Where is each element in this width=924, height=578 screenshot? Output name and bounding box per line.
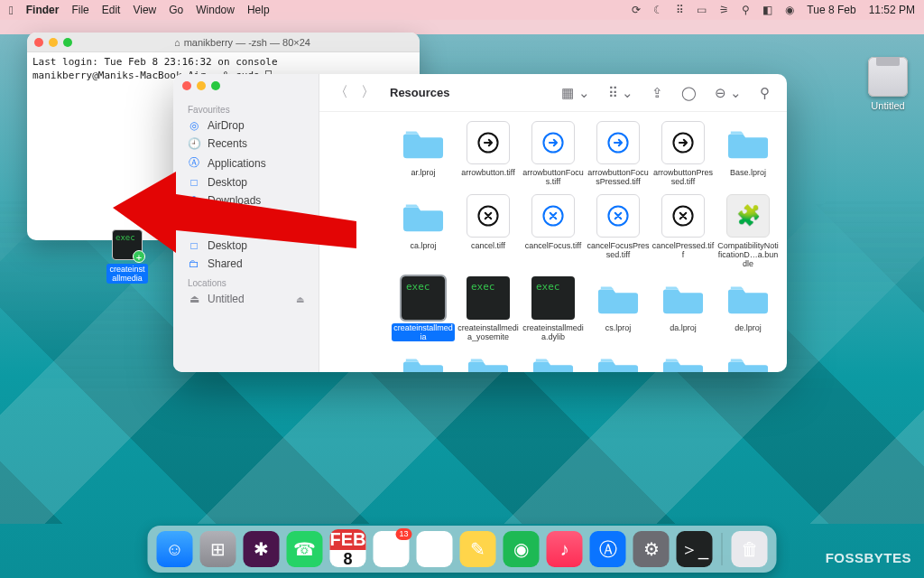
- file-folder[interactable]: [522, 349, 585, 372]
- menu-window[interactable]: Window: [196, 4, 235, 16]
- dock-reminders[interactable]: ☰13: [374, 531, 410, 567]
- sidebar-heading-locations: Locations: [188, 278, 304, 288]
- zoom-button[interactable]: [63, 38, 72, 47]
- file-folder[interactable]: [651, 349, 715, 372]
- folder-icon: [661, 276, 705, 320]
- file-da-lproj[interactable]: da.lproj: [651, 276, 715, 342]
- dock-preview[interactable]: 🖼: [417, 531, 453, 567]
- terminal-titlebar[interactable]: ⌂ manikberry — -zsh — 80×24: [27, 33, 420, 52]
- bundle-icon: 🧩: [726, 194, 770, 238]
- file-folder[interactable]: [457, 349, 520, 372]
- disk-icon: ⏏: [188, 293, 200, 305]
- tags-icon[interactable]: ◯: [677, 85, 701, 101]
- file-folder[interactable]: [587, 349, 650, 372]
- finder-icon-grid[interactable]: ar.lprojarrowbutton.tiffarrowbuttonFocus…: [319, 112, 787, 372]
- minimize-button[interactable]: [197, 81, 206, 90]
- eject-icon[interactable]: ⏏: [296, 294, 304, 304]
- file-folder[interactable]: [392, 349, 455, 372]
- file-label: Base.lproj: [730, 168, 766, 177]
- file-arrowbuttonpressed-tiff[interactable]: arrowbuttonPressed.tiff: [651, 121, 715, 187]
- dock-notes[interactable]: ✎: [460, 531, 496, 567]
- file-label: arrowbuttonFocusPressed.tiff: [587, 168, 650, 187]
- dragged-file[interactable]: exec + createinstallmedia: [106, 229, 148, 284]
- zoom-button[interactable]: [211, 81, 220, 90]
- terminal-line: Last login: Tue Feb 8 23:16:32 on consol…: [32, 56, 414, 70]
- folder-icon: [726, 349, 770, 372]
- desktop-volume-untitled[interactable]: Untitled: [868, 32, 908, 111]
- file-cs-lproj[interactable]: cs.lproj: [587, 276, 650, 342]
- minimize-button[interactable]: [49, 38, 58, 47]
- file-cancelpressed-tiff[interactable]: cancelPressed.tiff: [651, 194, 715, 269]
- close-button[interactable]: [182, 81, 191, 90]
- menubar-time[interactable]: 11:52 PM: [869, 4, 915, 16]
- sidebar-item-untitled-volume[interactable]: ⏏Untitled⏏: [180, 290, 311, 308]
- menu-view[interactable]: View: [133, 4, 156, 16]
- dock-slack[interactable]: ✱: [244, 531, 280, 567]
- file-cancel-tiff[interactable]: cancel.tiff: [457, 194, 520, 269]
- file-cancelfocuspressed-tiff[interactable]: cancelFocusPressed.tiff: [587, 194, 650, 269]
- file-arrowbuttonfocus-tiff[interactable]: arrowbuttonFocus.tiff: [522, 121, 585, 187]
- dock-whatsapp[interactable]: ☎: [287, 531, 323, 567]
- dock-launchpad[interactable]: ⊞: [200, 531, 236, 567]
- folder-icon: [531, 349, 575, 372]
- file-compatibilitynotificationd-a-bundle[interactable]: 🧩CompatibilityNotificationD…a.bundle: [716, 194, 780, 269]
- do-not-disturb-icon[interactable]: ☾: [653, 4, 663, 16]
- sidebar-item-recents[interactable]: 🕘Recents: [180, 135, 311, 153]
- search-icon[interactable]: ⚲: [755, 85, 774, 101]
- view-options-icon[interactable]: ▦ ⌄: [557, 85, 594, 101]
- sidebar-item-shared[interactable]: 🗀Shared: [180, 255, 311, 273]
- file-createinstallmedia-dylib[interactable]: execcreateinstallmedia.dylib: [522, 276, 585, 342]
- menubar-date[interactable]: Tue 8 Feb: [807, 4, 855, 16]
- spotlight-icon[interactable]: ⚲: [742, 4, 750, 16]
- group-options-icon[interactable]: ⠿ ⌄: [604, 85, 638, 101]
- file-createinstallmedia[interactable]: execcreateinstallmedia: [392, 276, 455, 342]
- sidebar-item-desktop-2[interactable]: □Desktop: [180, 237, 311, 255]
- apple-menu-icon[interactable]: : [9, 4, 14, 17]
- active-app-name[interactable]: Finder: [26, 4, 60, 16]
- dock-appstore[interactable]: Ⓐ: [590, 531, 626, 567]
- file-folder[interactable]: [716, 349, 780, 372]
- wifi-icon[interactable]: ⚞: [719, 4, 729, 16]
- menu-help[interactable]: Help: [247, 4, 270, 16]
- menu-file[interactable]: File: [71, 4, 88, 16]
- dock-music[interactable]: ♪: [547, 531, 583, 567]
- control-center-icon[interactable]: ◧: [762, 4, 772, 16]
- dock-system-preferences[interactable]: ⚙: [633, 531, 670, 567]
- grid-spacer: [327, 121, 390, 187]
- sidebar-item-downloads[interactable]: ⬇Downloads: [180, 191, 311, 210]
- actions-icon[interactable]: ⊖ ⌄: [710, 85, 746, 101]
- sidebar-item-desktop[interactable]: □Desktop: [180, 173, 311, 191]
- file-ar-lproj[interactable]: ar.lproj: [392, 121, 455, 187]
- file-base-lproj[interactable]: Base.lproj: [716, 121, 780, 187]
- clock-icon: 🕘: [188, 137, 200, 150]
- file-de-lproj[interactable]: de.lproj: [716, 276, 780, 342]
- forward-button[interactable]: 〉: [359, 83, 377, 102]
- dock-calendar[interactable]: FEB8: [330, 531, 366, 567]
- dock-trash[interactable]: 🗑: [732, 531, 768, 567]
- sidebar-item-applications[interactable]: ⒶApplications: [180, 153, 311, 173]
- menu-go[interactable]: Go: [169, 4, 183, 16]
- share-icon[interactable]: ⇪: [647, 85, 668, 101]
- back-button[interactable]: 〈: [332, 83, 350, 102]
- copy-plus-badge: +: [133, 250, 145, 263]
- file-arrowbuttonfocuspressed-tiff[interactable]: arrowbuttonFocusPressed.tiff: [587, 121, 650, 187]
- dock-spotify[interactable]: ◉: [504, 531, 540, 567]
- menu-edit[interactable]: Edit: [102, 4, 121, 16]
- file-cancelfocus-tiff[interactable]: cancelFocus.tiff: [522, 194, 585, 269]
- reminders-badge: 13: [395, 528, 411, 540]
- file-createinstallmedia-yosemite[interactable]: execcreateinstallmedia_yosemite: [457, 276, 520, 342]
- battery-icon[interactable]: ▭: [697, 4, 707, 16]
- dock-finder[interactable]: ☺: [157, 531, 193, 567]
- siri-icon[interactable]: ◉: [785, 4, 794, 16]
- fan-icon[interactable]: ⟳: [632, 4, 641, 16]
- file-arrowbutton-tiff[interactable]: arrowbutton.tiff: [457, 121, 520, 187]
- file-ca-lproj[interactable]: ca.lproj: [392, 194, 455, 269]
- finder-window[interactable]: Favourites ◎AirDrop 🕘Recents ⒶApplicatio…: [173, 74, 787, 372]
- close-button[interactable]: [34, 38, 43, 47]
- folder-icon: [661, 349, 705, 372]
- dock-terminal[interactable]: ＞_: [677, 531, 713, 567]
- display-icon[interactable]: ⠿: [676, 4, 684, 16]
- download-icon: ⬇: [188, 194, 200, 207]
- sidebar-item-airdrop[interactable]: ◎AirDrop: [180, 117, 311, 135]
- close-icon: [467, 194, 510, 238]
